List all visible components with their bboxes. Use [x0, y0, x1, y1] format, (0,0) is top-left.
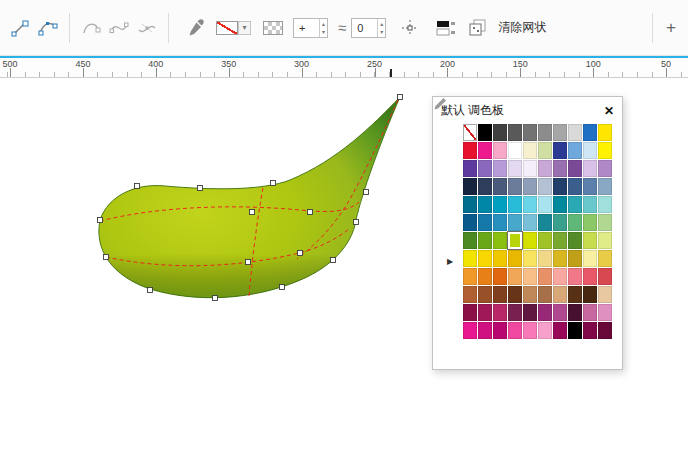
- shape-edit-button[interactable]: [34, 14, 62, 42]
- palette-swatch[interactable]: [493, 232, 507, 249]
- color-eyedropper-button[interactable]: [182, 14, 210, 42]
- palette-swatch[interactable]: [553, 304, 567, 321]
- palette-swatch[interactable]: [598, 304, 612, 321]
- mesh-node[interactable]: [354, 220, 359, 225]
- palette-swatch[interactable]: [508, 178, 522, 195]
- palette-swatch[interactable]: [478, 142, 492, 159]
- palette-swatch[interactable]: [463, 250, 477, 267]
- mesh-node[interactable]: [280, 285, 285, 290]
- palette-swatch[interactable]: [568, 196, 582, 213]
- palette-swatch[interactable]: [478, 322, 492, 339]
- stepper-arrows[interactable]: ▴ ▾: [319, 19, 327, 37]
- palette-swatch[interactable]: [463, 286, 477, 303]
- palette-swatch[interactable]: [583, 250, 597, 267]
- palette-swatch[interactable]: [508, 232, 522, 249]
- palette-swatch[interactable]: [463, 214, 477, 231]
- palette-swatch[interactable]: [583, 286, 597, 303]
- palette-swatch[interactable]: [583, 268, 597, 285]
- smoothness-spinbox[interactable]: 0 ▴ ▾: [351, 18, 386, 38]
- palette-swatch[interactable]: [523, 250, 537, 267]
- mesh-node[interactable]: [213, 296, 218, 301]
- mesh-node[interactable]: [198, 186, 203, 191]
- mesh-node[interactable]: [331, 258, 336, 263]
- palette-swatch[interactable]: [583, 196, 597, 213]
- palette-swatch[interactable]: [508, 142, 522, 159]
- palette-swatch[interactable]: [493, 268, 507, 285]
- palette-swatch[interactable]: [583, 142, 597, 159]
- close-icon[interactable]: ✕: [604, 105, 614, 117]
- mesh-fill-color-picker[interactable]: ▾: [216, 21, 251, 35]
- palette-swatch[interactable]: [553, 250, 567, 267]
- palette-swatch[interactable]: [598, 142, 612, 159]
- add-intersection-button[interactable]: [396, 14, 424, 42]
- palette-swatch[interactable]: [493, 124, 507, 141]
- palette-swatch[interactable]: [463, 268, 477, 285]
- palette-swatch[interactable]: [568, 124, 582, 141]
- palette-swatch[interactable]: [523, 178, 537, 195]
- mesh-node[interactable]: [148, 288, 153, 293]
- mesh-node[interactable]: [135, 184, 140, 189]
- palette-swatch[interactable]: [508, 124, 522, 141]
- curve-tool-3-button[interactable]: [133, 14, 161, 42]
- palette-swatch[interactable]: [553, 196, 567, 213]
- palette-swatch[interactable]: [523, 322, 537, 339]
- edit-anchor-button[interactable]: [6, 14, 34, 42]
- mesh-size-stepper[interactable]: + ▴ ▾: [293, 18, 328, 38]
- palette-swatch[interactable]: [538, 160, 552, 177]
- palette-swatch[interactable]: [523, 142, 537, 159]
- palette-swatch[interactable]: [553, 160, 567, 177]
- palette-swatch[interactable]: [493, 286, 507, 303]
- mesh-node[interactable]: [271, 181, 276, 186]
- palette-swatch[interactable]: [523, 196, 537, 213]
- mesh-node[interactable]: [104, 255, 109, 260]
- palette-swatch[interactable]: [463, 304, 477, 321]
- palette-swatch[interactable]: [478, 160, 492, 177]
- copy-mesh-button[interactable]: [464, 14, 492, 42]
- palette-swatch[interactable]: [598, 268, 612, 285]
- palette-swatch[interactable]: [598, 178, 612, 195]
- palette-swatch[interactable]: [598, 250, 612, 267]
- mesh-node[interactable]: [398, 95, 403, 100]
- palette-swatch[interactable]: [583, 214, 597, 231]
- spin-down-icon[interactable]: ▾: [320, 28, 327, 36]
- palette-swatch[interactable]: [478, 250, 492, 267]
- palette-swatch[interactable]: [493, 214, 507, 231]
- palette-swatch[interactable]: [538, 142, 552, 159]
- palette-swatch[interactable]: [493, 160, 507, 177]
- spinbox-arrows[interactable]: ▴ ▾: [377, 19, 385, 37]
- palette-swatch[interactable]: [463, 322, 477, 339]
- palette-swatch[interactable]: [463, 196, 477, 213]
- palette-swatch[interactable]: [478, 304, 492, 321]
- palette-swatch[interactable]: [538, 124, 552, 141]
- palette-swatch[interactable]: [478, 232, 492, 249]
- palette-swatch[interactable]: [508, 214, 522, 231]
- clear-mesh-button[interactable]: 清除网状: [492, 15, 552, 40]
- spin-up-icon[interactable]: ▴: [378, 20, 385, 28]
- palette-swatch[interactable]: [463, 232, 477, 249]
- palette-swatch[interactable]: [538, 322, 552, 339]
- palette-swatch[interactable]: [508, 286, 522, 303]
- palette-swatch[interactable]: [493, 304, 507, 321]
- palette-swatch[interactable]: [508, 268, 522, 285]
- palette-swatch[interactable]: [538, 178, 552, 195]
- palette-swatch[interactable]: [553, 124, 567, 141]
- palette-swatch[interactable]: [568, 160, 582, 177]
- mesh-node[interactable]: [98, 218, 103, 223]
- curve-tool-1-button[interactable]: [77, 14, 105, 42]
- palette-swatch[interactable]: [568, 178, 582, 195]
- palette-swatch[interactable]: [598, 322, 612, 339]
- palette-swatch[interactable]: [568, 286, 582, 303]
- palette-swatch[interactable]: [553, 268, 567, 285]
- palette-swatch[interactable]: [508, 196, 522, 213]
- palette-swatch[interactable]: [523, 232, 537, 249]
- palette-swatch[interactable]: [493, 250, 507, 267]
- palette-swatch[interactable]: [538, 214, 552, 231]
- horizontal-ruler[interactable]: 50045040035030025020015010050: [0, 56, 688, 78]
- spin-up-icon[interactable]: ▴: [320, 20, 327, 28]
- palette-swatch[interactable]: [463, 160, 477, 177]
- palette-swatch[interactable]: [538, 286, 552, 303]
- palette-eyedropper-icon[interactable]: [433, 97, 447, 111]
- palette-swatch[interactable]: [538, 268, 552, 285]
- palette-swatch[interactable]: [598, 124, 612, 141]
- palette-swatch[interactable]: [523, 214, 537, 231]
